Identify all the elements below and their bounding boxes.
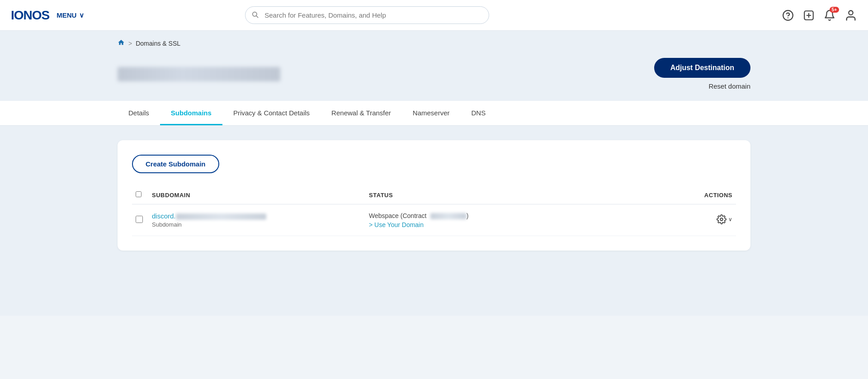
ionos-logo: IONOS bbox=[11, 9, 49, 22]
search-bar bbox=[245, 6, 489, 24]
svg-point-7 bbox=[849, 10, 853, 14]
col-checkbox bbox=[132, 186, 148, 204]
notifications-button[interactable]: 5+ bbox=[824, 9, 835, 21]
col-actions-header: ACTIONS bbox=[519, 186, 736, 204]
breadcrumb-separator: > bbox=[128, 40, 132, 47]
use-domain-link[interactable]: > Use Your Domain bbox=[369, 221, 515, 228]
domain-actions: Adjust Destination Reset domain bbox=[654, 58, 750, 90]
table-row: discord. Subdomain Webspace (Contract ) … bbox=[132, 204, 736, 236]
notification-badge: 5+ bbox=[830, 7, 839, 13]
help-button[interactable] bbox=[782, 9, 794, 21]
tab-renewal-transfer[interactable]: Renewal & Transfer bbox=[321, 101, 402, 125]
subdomain-cell: discord. Subdomain bbox=[148, 204, 365, 236]
create-subdomain-button[interactable]: Create Subdomain bbox=[132, 155, 219, 173]
row-checkbox-cell bbox=[132, 204, 148, 236]
select-all-checkbox[interactable] bbox=[136, 191, 142, 197]
domain-header: Adjust Destination Reset domain bbox=[0, 53, 868, 101]
contract-blurred bbox=[430, 213, 467, 219]
search-icon bbox=[251, 11, 259, 20]
tabs-nav: Details Subdomains Privacy & Contact Det… bbox=[118, 101, 750, 125]
user-button[interactable] bbox=[844, 9, 857, 22]
breadcrumb: > Domains & SSL bbox=[0, 39, 868, 53]
subdomain-name: discord. Subdomain bbox=[152, 212, 362, 228]
row-checkbox[interactable] bbox=[136, 216, 143, 223]
breadcrumb-domains-ssl: Domains & SSL bbox=[136, 40, 180, 47]
status-cell: Webspace (Contract ) > Use Your Domain bbox=[365, 204, 519, 236]
table-header-row: SUBDOMAIN STATUS ACTIONS bbox=[132, 186, 736, 204]
subdomain-blurred bbox=[176, 213, 266, 220]
home-icon[interactable] bbox=[118, 39, 125, 48]
logo-area: IONOS MENU ∨ bbox=[11, 9, 88, 22]
svg-line-1 bbox=[256, 16, 258, 18]
menu-label: MENU bbox=[57, 11, 76, 19]
subdomain-prefix: discord. bbox=[152, 212, 176, 220]
subdomains-card: Create Subdomain SUBDOMAIN STATUS ACTION… bbox=[118, 140, 750, 251]
reset-domain-button[interactable]: Reset domain bbox=[708, 82, 750, 90]
tab-subdomains[interactable]: Subdomains bbox=[160, 101, 222, 125]
tab-details[interactable]: Details bbox=[118, 101, 160, 125]
actions-cell: ∨ bbox=[519, 204, 736, 236]
subdomain-type-label: Subdomain bbox=[152, 221, 362, 228]
tabs-bar: Details Subdomains Privacy & Contact Det… bbox=[0, 101, 868, 126]
main-content: Create Subdomain SUBDOMAIN STATUS ACTION… bbox=[0, 126, 868, 316]
svg-point-8 bbox=[720, 218, 723, 221]
row-actions-button[interactable]: ∨ bbox=[717, 214, 732, 224]
col-subdomain-header: SUBDOMAIN bbox=[148, 186, 365, 204]
tab-privacy-contact[interactable]: Privacy & Contact Details bbox=[222, 101, 321, 125]
tab-dns[interactable]: DNS bbox=[461, 101, 497, 125]
gear-chevron-icon: ∨ bbox=[728, 216, 732, 223]
subdomain-link[interactable]: discord. bbox=[152, 212, 266, 220]
domain-name bbox=[118, 67, 280, 81]
add-button[interactable] bbox=[803, 9, 815, 21]
search-input[interactable] bbox=[245, 6, 489, 24]
adjust-destination-button[interactable]: Adjust Destination bbox=[654, 58, 750, 78]
subdomains-table: SUBDOMAIN STATUS ACTIONS discord. bbox=[132, 186, 736, 236]
menu-chevron-icon: ∨ bbox=[79, 11, 84, 19]
menu-button[interactable]: MENU ∨ bbox=[53, 9, 88, 21]
tab-nameserver[interactable]: Nameserver bbox=[402, 101, 461, 125]
status-text: Webspace (Contract bbox=[369, 212, 426, 219]
breadcrumb-bar: > Domains & SSL Adjust Destination Reset… bbox=[0, 31, 868, 101]
col-status-header: STATUS bbox=[365, 186, 519, 204]
header-actions: 5+ bbox=[782, 9, 857, 22]
header: IONOS MENU ∨ 5+ bbox=[0, 0, 868, 31]
